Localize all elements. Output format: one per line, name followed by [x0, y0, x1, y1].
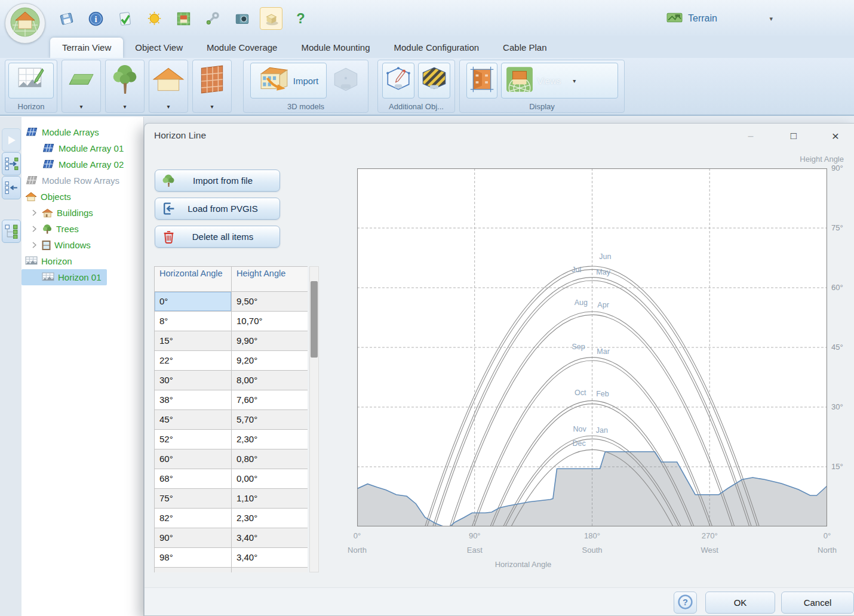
tree-item-label: Module Array 02 — [59, 159, 124, 170]
chevron-down-icon[interactable]: ▾ — [149, 101, 188, 112]
play-button[interactable] — [2, 128, 21, 152]
import-3d-model-button[interactable]: Import — [250, 63, 327, 98]
table-cell[interactable]: 7,60° — [232, 390, 308, 410]
tree-item-trees[interactable]: Trees — [21, 221, 84, 237]
check-document-icon[interactable] — [113, 7, 136, 30]
site-map-icon[interactable] — [172, 7, 195, 30]
add-building-button[interactable]: ▾ — [149, 60, 188, 113]
tree-item-windows[interactable]: Windows — [21, 237, 96, 253]
wall-panel-icon — [468, 64, 496, 97]
chevron-down-icon[interactable]: ▾ — [62, 101, 100, 112]
view-selector[interactable]: Terrain ▾ — [666, 10, 773, 27]
table-cell[interactable]: 8,00° — [232, 371, 308, 390]
tab-module-configuration[interactable]: Module Configuration — [382, 38, 491, 58]
camera-icon[interactable] — [231, 7, 253, 30]
tree-item-horizon[interactable]: Horizon — [21, 253, 78, 269]
table-cell[interactable]: 0,00° — [232, 469, 308, 489]
restricted-area-button[interactable] — [418, 63, 450, 98]
table-cell[interactable]: 9,90° — [232, 331, 308, 351]
app-logo[interactable] — [5, 3, 45, 44]
table-cell[interactable]: 82° — [155, 509, 232, 528]
horizon-table-body: 0°9,50°8°10,70°15°9,90°22°9,20°30°8,00°3… — [154, 292, 308, 572]
table-cell[interactable]: 5,70° — [232, 410, 308, 430]
table-cell[interactable]: 3,40° — [232, 548, 308, 568]
save-icon[interactable] — [55, 7, 78, 30]
tree-item-label: Module Arrays — [42, 127, 99, 137]
chevron-down-icon[interactable]: ▾ — [106, 101, 144, 112]
display-wall-button[interactable] — [466, 63, 497, 98]
table-cell[interactable]: 38° — [155, 390, 232, 410]
svg-text:?: ? — [296, 11, 305, 26]
add-wall-button[interactable]: ▾ — [192, 60, 232, 113]
help-icon[interactable]: ? — [289, 7, 312, 30]
table-cell[interactable]: 3,40° — [232, 528, 308, 548]
move-out-button[interactable] — [2, 176, 21, 199]
tab-cable-plan[interactable]: Cable Plan — [491, 38, 558, 58]
table-cell[interactable]: 9,50° — [232, 292, 308, 312]
table-cell[interactable]: 2,30° — [232, 509, 308, 528]
horizon-tool-button[interactable] — [8, 63, 54, 98]
chevron-down-icon[interactable]: ▾ — [193, 101, 231, 112]
table-cell[interactable]: 15° — [155, 331, 232, 351]
table-cell[interactable]: 68° — [155, 469, 232, 489]
table-cell[interactable]: 8° — [155, 312, 232, 331]
info-icon[interactable]: i — [84, 7, 107, 30]
month-label: Sep — [572, 343, 585, 351]
tree-item-label: Objects — [41, 192, 71, 202]
table-scrollbar[interactable] — [309, 266, 319, 572]
tree-item-module-row-arrays[interactable]: Module Row Arrays — [21, 173, 125, 189]
cancel-button[interactable]: Cancel — [781, 592, 854, 614]
wrench-icon[interactable] — [201, 7, 224, 30]
table-cell[interactable] — [155, 568, 232, 572]
tab-module-coverage[interactable]: Module Coverage — [195, 38, 289, 58]
table-cell[interactable]: 52° — [155, 430, 232, 449]
minimize-icon[interactable]: – — [742, 127, 760, 145]
table-cell[interactable]: 0,80° — [232, 449, 308, 469]
y-tick-label: 30° — [831, 402, 843, 411]
load-from-pvgis-button[interactable]: Load from PVGIS — [155, 198, 280, 220]
table-cell[interactable]: 1,10° — [232, 489, 308, 509]
move-into-button[interactable] — [2, 152, 21, 175]
table-cell[interactable]: 30° — [155, 371, 232, 390]
import-from-file-button[interactable]: Import from file — [155, 170, 280, 192]
table-cell[interactable]: 60° — [155, 449, 232, 469]
y-tick-label: 90° — [831, 164, 843, 173]
table-cell[interactable]: 10,70° — [232, 312, 308, 331]
table-cell[interactable]: 2,30° — [232, 430, 308, 449]
table-cell[interactable]: 90° — [155, 528, 232, 548]
table-cell[interactable]: 45° — [155, 410, 232, 430]
views-button[interactable]: Views ▾ — [501, 63, 618, 98]
add-tree-button[interactable]: ▾ — [105, 60, 145, 113]
chevron-right-icon[interactable] — [30, 226, 38, 232]
chevron-right-icon[interactable] — [30, 210, 38, 216]
draw-additional-object-button[interactable] — [382, 63, 414, 98]
box-3d-icon[interactable] — [260, 7, 282, 30]
tree-item-module-arrays[interactable]: Module Arrays — [21, 124, 105, 140]
tree-item-module-array-02[interactable]: Module Array 02 — [21, 156, 129, 173]
ok-button[interactable]: OK — [705, 592, 775, 614]
tab-object-view[interactable]: Object View — [123, 38, 195, 58]
close-icon[interactable]: × — [827, 127, 844, 145]
delete-all-items-button[interactable]: Delete all items — [155, 226, 280, 248]
help-button[interactable]: ? — [674, 592, 697, 614]
table-cell[interactable]: 22° — [155, 351, 232, 371]
table-cell[interactable]: 9,20° — [232, 351, 308, 371]
table-cell[interactable]: 98° — [155, 548, 232, 568]
table-cell[interactable]: 0° — [155, 292, 232, 312]
terrain-plane-button[interactable]: ▾ — [62, 60, 101, 113]
tab-terrain-view[interactable]: Terrain View — [50, 38, 123, 58]
sun-icon[interactable] — [143, 7, 165, 30]
table-scrollbar-thumb[interactable] — [311, 281, 318, 358]
tree-item-module-array-01[interactable]: Module Array 01 — [21, 140, 129, 156]
table-cell[interactable] — [232, 568, 308, 572]
maximize-icon[interactable]: □ — [785, 127, 803, 145]
tab-module-mounting[interactable]: Module Mounting — [289, 38, 382, 58]
chevron-right-icon[interactable] — [30, 242, 38, 248]
horizon-icon — [25, 256, 38, 267]
tree-item-objects[interactable]: Objects — [21, 189, 76, 205]
tree-view-button[interactable] — [2, 220, 21, 243]
tree-item-horizon-01[interactable]: Horizon 01 — [21, 269, 107, 285]
ribbon-group-label-horizon: Horizon — [5, 101, 57, 112]
tree-item-buildings[interactable]: Buildings — [21, 205, 99, 221]
table-cell[interactable]: 75° — [155, 489, 232, 509]
